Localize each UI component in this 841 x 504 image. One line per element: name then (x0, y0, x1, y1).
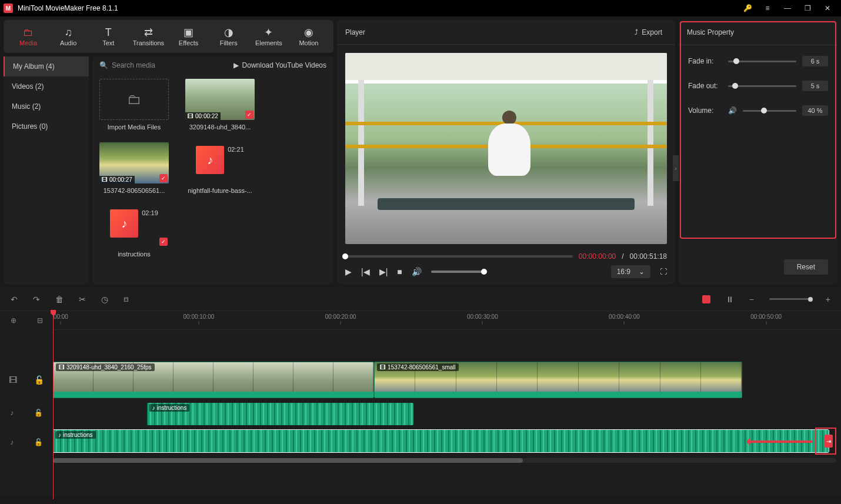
zoom-slider[interactable] (769, 298, 810, 300)
unlock-icon[interactable]: 🔓 (34, 409, 43, 417)
stop-button[interactable]: ■ (397, 267, 402, 276)
snap-button[interactable]: ⏸ (726, 295, 734, 304)
tab-media[interactable]: 🗀Media (8, 24, 48, 49)
effects-icon: ▣ (183, 26, 193, 38)
split-button[interactable]: ✂ (79, 295, 86, 304)
media-item-music[interactable]: ♪ 02:19 ✓ instructions (99, 206, 169, 258)
duration-badge: 🎞00:00:22 (185, 112, 221, 120)
tab-effects[interactable]: ▣Effects (169, 24, 209, 49)
media-item-video[interactable]: 🎞00:00:27 ✓ 153742-806506561... (99, 142, 169, 194)
music-volume-slider[interactable] (743, 110, 796, 112)
delete-button[interactable]: 🗑 (55, 295, 64, 304)
tab-audio[interactable]: ♫Audio (48, 24, 88, 49)
media-body: My Album (4) Videos (2) Music (2) Pictur… (4, 56, 333, 284)
add-track-button[interactable]: ⊕ (11, 316, 16, 325)
media-item-music[interactable]: ♪ 02:21 nightfall-future-bass-... (185, 142, 255, 194)
duration-text: 02:21 (228, 146, 244, 153)
reset-button[interactable]: Reset (784, 259, 828, 275)
speed-button[interactable]: ◷ (101, 295, 108, 304)
play-button[interactable]: ▶ (345, 267, 352, 276)
media-item-import[interactable]: 🗀 Import Media Files (99, 79, 169, 131)
key-icon[interactable]: 🔑 (737, 0, 757, 16)
ruler-tick: 00:00 (54, 313, 68, 325)
fade-out-slider[interactable] (728, 85, 796, 87)
menu-icon[interactable]: ≡ (757, 0, 777, 16)
sidebar-item-music[interactable]: Music (2) (4, 96, 89, 116)
music-note-icon: ♪ (152, 405, 155, 411)
fade-in-value[interactable]: 6 s (802, 56, 828, 66)
aspect-ratio-select[interactable]: 16:9 ⌄ (611, 265, 650, 278)
media-grid: 🗀 Import Media Files 🎞00:00:22 ✓ 3209148… (92, 74, 333, 262)
video-clip[interactable]: 🎞153742-806506561_small (374, 362, 742, 398)
unlock-icon[interactable]: 🔓 (34, 375, 44, 385)
minimize-button[interactable]: — (777, 0, 797, 16)
prev-frame-button[interactable]: |◀ (361, 267, 370, 276)
media-item-video[interactable]: 🎞00:00:22 ✓ 3209148-uhd_3840... (185, 79, 255, 131)
next-frame-button[interactable]: ▶| (379, 267, 388, 276)
search-input[interactable]: 🔍 Search media (99, 61, 233, 69)
crop-button[interactable]: ⧈ (124, 294, 129, 304)
duration-text: 02:19 (142, 209, 158, 216)
music-note-icon: ♪ (10, 409, 14, 417)
music-clip[interactable]: ♪instructions (147, 403, 413, 425)
tab-elements[interactable]: ✦Elements (249, 24, 289, 49)
player-header: Player ⤴ Export (337, 20, 675, 45)
unlock-icon[interactable]: 🔓 (34, 438, 43, 446)
check-icon: ✓ (159, 238, 168, 246)
progress-slider[interactable] (345, 255, 573, 258)
tab-text[interactable]: TText (88, 24, 128, 49)
undo-button[interactable]: ↶ (11, 295, 18, 304)
player-preview[interactable] (345, 53, 667, 244)
download-youtube-button[interactable]: ▶ Download YouTube Videos (233, 61, 326, 69)
speaker-icon[interactable]: 🔊 (728, 106, 737, 115)
timeline-ruler-row: ⊕ ⊟ 00:00 00:00:10:00 00:00:20:00 00:00:… (0, 311, 841, 330)
left-pane: 🗀Media ♫Audio TText ⇄Transitions ▣Effect… (4, 20, 333, 284)
maximize-button[interactable]: ❐ (797, 0, 817, 16)
volume-icon[interactable]: 🔊 (412, 267, 422, 276)
collapse-panel-button[interactable]: › (673, 155, 679, 181)
elements-icon: ✦ (264, 26, 273, 38)
fade-out-value[interactable]: 5 s (802, 81, 828, 91)
tab-label: Media (19, 39, 37, 46)
track-options-button[interactable]: ⊟ (37, 316, 43, 325)
export-button[interactable]: ⤴ Export (630, 26, 667, 39)
tab-label: Text (102, 39, 114, 46)
playhead[interactable] (53, 311, 54, 499)
music-clip-selected[interactable]: ♪instructions (53, 430, 829, 452)
sidebar-item-pictures[interactable]: Pictures (0) (4, 116, 89, 136)
marker-icon[interactable] (702, 295, 710, 303)
zoom-in-button[interactable]: + (826, 295, 830, 304)
timeline-tracks[interactable]: 🎞3209148-uhd_3840_2160_25fps 🎞153742-806… (53, 330, 841, 497)
media-sidebar: My Album (4) Videos (2) Music (2) Pictur… (4, 56, 89, 284)
media-item-label: instructions (99, 251, 169, 258)
app-logo: M (4, 4, 13, 13)
ruler-tick: 00:00:10:00 (183, 313, 214, 325)
fade-in-slider[interactable] (728, 61, 796, 62)
audio-track-1-header: ♪ 🔓 (0, 398, 53, 428)
check-icon: ✓ (159, 174, 168, 182)
close-button[interactable]: ✕ (817, 0, 837, 16)
fullscreen-button[interactable]: ⛶ (660, 268, 667, 276)
sidebar-item-myalbum[interactable]: My Album (4) (4, 56, 89, 76)
tab-label: Audio (60, 39, 76, 46)
fade-in-row: Fade in: 6 s (688, 56, 828, 66)
timeline-scrollbar[interactable] (53, 458, 836, 463)
tab-motion[interactable]: ◉Motion (289, 24, 329, 49)
trim-handle-icon[interactable]: ⇥ (825, 435, 833, 448)
video-track-lane[interactable]: 🎞3209148-uhd_3840_2160_25fps 🎞153742-806… (53, 362, 836, 398)
filters-icon: ◑ (224, 26, 233, 38)
media-grid-panel: 🔍 Search media ▶ Download YouTube Videos… (92, 56, 333, 284)
sidebar-item-videos[interactable]: Videos (2) (4, 76, 89, 96)
audio-track-lane-1[interactable]: ♪instructions (53, 403, 836, 425)
tab-filters[interactable]: ◑Filters (209, 24, 249, 49)
zoom-out-button[interactable]: − (749, 295, 754, 304)
volume-slider[interactable] (431, 271, 484, 273)
tab-transitions[interactable]: ⇄Transitions (128, 24, 168, 49)
titlebar: M MiniTool MovieMaker Free 8.1.1 🔑 ≡ — ❐… (0, 0, 841, 16)
video-clip[interactable]: 🎞3209148-uhd_3840_2160_25fps (53, 362, 374, 398)
music-property-panel: › Music Property Fade in: 6 s Fade out: … (679, 20, 837, 284)
timeline-ruler[interactable]: 00:00 00:00:10:00 00:00:20:00 00:00:30:0… (53, 311, 841, 330)
volume-value[interactable]: 40 % (802, 105, 828, 116)
redo-button[interactable]: ↷ (33, 295, 40, 304)
audio-track-lane-2[interactable]: ♪instructions ⇥ (53, 430, 836, 452)
